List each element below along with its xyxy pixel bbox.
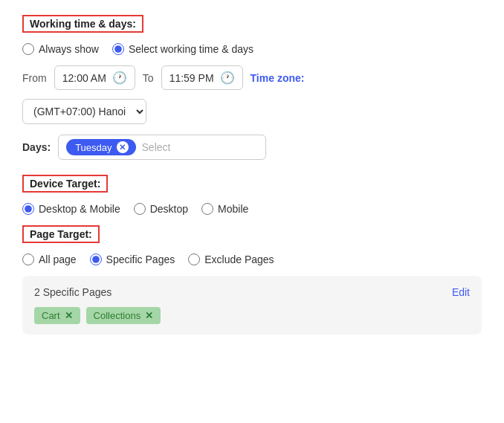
timezone-label: Time zone: xyxy=(251,72,305,84)
desktop-mobile-label: Desktop & Mobile xyxy=(39,203,120,215)
days-label: Days: xyxy=(22,141,51,153)
edit-link[interactable]: Edit xyxy=(452,286,470,298)
from-label: From xyxy=(22,72,47,84)
cart-tag-label: Cart xyxy=(42,310,60,321)
always-show-label: Always show xyxy=(39,43,99,55)
cart-tag-close[interactable]: ✕ xyxy=(65,310,73,321)
collections-tag-label: Collections xyxy=(94,310,141,321)
device-target-section: Device Target: Desktop & Mobile Desktop … xyxy=(22,175,482,215)
exclude-pages-radio[interactable] xyxy=(188,254,200,265)
exclude-pages-label: Exclude Pages xyxy=(204,254,274,265)
specific-pages-count: 2 Specific Pages xyxy=(34,286,112,298)
page-tags: Cart ✕ Collections ✕ xyxy=(34,307,470,324)
to-time-icon: 🕐 xyxy=(220,71,235,85)
specific-pages-box: 2 Specific Pages Edit Cart ✕ Collections… xyxy=(22,276,482,335)
device-target-title: Device Target: xyxy=(22,175,108,193)
exclude-pages-option[interactable]: Exclude Pages xyxy=(188,254,274,265)
to-time-field[interactable]: 11:59 PM 🕐 xyxy=(161,65,243,90)
to-label: To xyxy=(143,72,154,84)
page-target-title: Page Target: xyxy=(22,225,100,243)
desktop-label: Desktop xyxy=(150,203,188,215)
to-time-value: 11:59 PM xyxy=(169,72,214,84)
mobile-option[interactable]: Mobile xyxy=(201,203,248,215)
timezone-select[interactable]: (GMT+07:00) Hanoi xyxy=(22,99,146,124)
always-show-option[interactable]: Always show xyxy=(22,43,99,55)
page-target-section: Page Target: All page Specific Pages Exc… xyxy=(22,225,482,335)
days-placeholder: Select xyxy=(142,141,171,153)
all-page-option[interactable]: All page xyxy=(22,254,77,265)
cart-tag: Cart ✕ xyxy=(34,307,80,324)
working-time-title: Working time & days: xyxy=(22,15,143,33)
collections-tag: Collections ✕ xyxy=(86,307,161,324)
tuesday-tag-close[interactable]: ✕ xyxy=(117,141,129,153)
select-working-label: Select working time & days xyxy=(129,43,253,55)
desktop-mobile-option[interactable]: Desktop & Mobile xyxy=(22,203,120,215)
all-page-label: All page xyxy=(39,254,77,265)
select-working-option[interactable]: Select working time & days xyxy=(112,43,253,55)
specific-pages-label: Specific Pages xyxy=(106,254,175,265)
desktop-option[interactable]: Desktop xyxy=(134,203,188,215)
from-time-icon: 🕐 xyxy=(112,71,127,85)
mobile-radio[interactable] xyxy=(201,203,213,215)
working-time-radio-group: Always show Select working time & days xyxy=(22,43,482,55)
days-row: Days: Tuesday ✕ Select xyxy=(22,135,482,160)
tuesday-tag: Tuesday ✕ xyxy=(66,139,135,155)
desktop-mobile-radio[interactable] xyxy=(22,203,34,215)
select-working-radio[interactable] xyxy=(112,43,124,55)
page-target-radio-group: All page Specific Pages Exclude Pages xyxy=(22,254,482,265)
tuesday-tag-label: Tuesday xyxy=(75,142,112,153)
device-target-radio-group: Desktop & Mobile Desktop Mobile xyxy=(22,203,482,215)
desktop-radio[interactable] xyxy=(134,203,146,215)
timezone-row: (GMT+07:00) Hanoi xyxy=(22,99,482,135)
collections-tag-close[interactable]: ✕ xyxy=(145,310,153,321)
days-input[interactable]: Tuesday ✕ Select xyxy=(58,135,266,160)
always-show-radio[interactable] xyxy=(22,43,34,55)
time-range-row: From 12:00 AM 🕐 To 11:59 PM 🕐 Time zone: xyxy=(22,65,482,90)
from-time-value: 12:00 AM xyxy=(62,72,106,84)
specific-pages-radio[interactable] xyxy=(90,254,102,265)
mobile-label: Mobile xyxy=(218,203,248,215)
all-page-radio[interactable] xyxy=(22,254,34,265)
from-time-field[interactable]: 12:00 AM 🕐 xyxy=(54,65,135,90)
working-time-section: Working time & days: Always show Select … xyxy=(22,15,482,160)
specific-pages-header: 2 Specific Pages Edit xyxy=(34,286,470,298)
specific-pages-option[interactable]: Specific Pages xyxy=(90,254,175,265)
